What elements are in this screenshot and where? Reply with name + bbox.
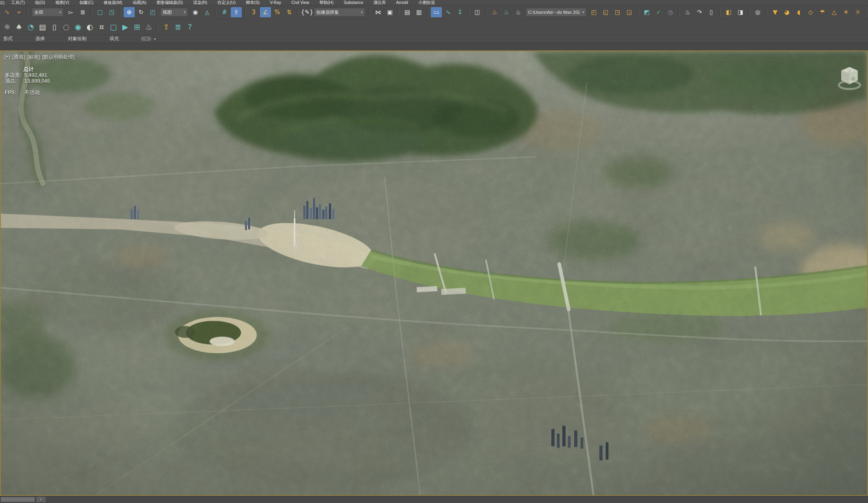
check-circle-icon[interactable]: ✓: [653, 7, 664, 17]
select-by-name-icon[interactable]: ≣: [77, 7, 88, 17]
chevron-down-icon[interactable]: ▾: [154, 37, 156, 41]
doc-person-icon[interactable]: ◨: [735, 7, 746, 17]
render-setup-icon[interactable]: ♨: [501, 7, 512, 17]
menu-item-4[interactable]: 修改器(M): [98, 0, 127, 6]
sphere-light-icon[interactable]: ◕: [781, 7, 792, 17]
viewport-menu-pov[interactable]: [透视]: [12, 54, 25, 61]
tree-list-icon[interactable]: ▤: [37, 21, 48, 33]
save-file-icon[interactable]: ◩: [641, 7, 652, 17]
menu-item-partial[interactable]: E): [0, 0, 6, 5]
select-and-rotate-icon[interactable]: ↻: [135, 7, 147, 17]
edit-named-selection-sets-icon[interactable]: {✎}: [301, 7, 312, 17]
pine-tree-icon[interactable]: ♠: [13, 21, 24, 33]
menu-item-6[interactable]: 图形编辑器(D): [151, 0, 188, 6]
viewport-menu-standard[interactable]: [标准]: [27, 54, 40, 61]
ribbon-tab-2[interactable]: 对象绘制: [65, 35, 90, 42]
snap-popup-icon[interactable]: ⇧: [231, 7, 242, 17]
file-tool-3-icon[interactable]: ◳: [612, 7, 623, 17]
fire-ring-icon[interactable]: ◌: [61, 21, 72, 33]
menu-item-8[interactable]: 自定义(U): [212, 0, 241, 6]
wire-teapot-icon[interactable]: ♨: [143, 21, 154, 33]
geosphere-light-icon[interactable]: ◇: [805, 7, 816, 17]
history-clock-icon[interactable]: ◷: [665, 7, 676, 17]
menu-item-9[interactable]: 脚本(S): [241, 0, 265, 6]
quad-view-icon[interactable]: ⊞: [132, 21, 143, 33]
schematic-view-icon[interactable]: ◫: [472, 7, 483, 17]
viewcube-top-label[interactable]: 上: [848, 69, 851, 73]
tree-card-icon[interactable]: ▯: [49, 21, 60, 33]
trees-export-icon[interactable]: ⇧: [161, 21, 172, 33]
lens-stack-icon[interactable]: ◉: [72, 21, 83, 33]
window-crossing-icon[interactable]: ◳: [106, 7, 117, 17]
umbrella-light-icon[interactable]: ☂: [817, 7, 828, 17]
rectangular-selection-region-icon[interactable]: ▢: [95, 7, 106, 17]
select-and-move-icon[interactable]: ⊕: [124, 7, 135, 17]
unlink-selection-icon[interactable]: ≁: [13, 7, 24, 17]
snap-3d-icon[interactable]: 3: [248, 7, 259, 17]
ribbon-collapse-button[interactable]: ▾: [141, 37, 151, 41]
viewport-scene[interactable]: [1, 51, 867, 495]
layer-manager-icon[interactable]: ▤: [402, 7, 413, 17]
select-and-link-icon[interactable]: ∿: [2, 7, 13, 17]
menu-item-14[interactable]: 溜云库: [368, 0, 391, 6]
dome-light-icon[interactable]: ◖: [793, 7, 804, 17]
monitor-play-icon[interactable]: ▶: [120, 21, 131, 33]
doc-light-icon[interactable]: ◧: [723, 7, 734, 17]
render-frame-window-icon[interactable]: ♨: [513, 7, 524, 17]
camera-icon[interactable]: ◎: [752, 7, 763, 17]
viewport[interactable]: [+] [透视] [标准] [默认明暗处理] 总计 多边形: 5,492,481…: [0, 50, 868, 496]
bird-icon[interactable]: ◐: [84, 21, 95, 33]
select-object-icon[interactable]: ▻: [65, 7, 76, 17]
ribbon-tab-0[interactable]: 形式: [0, 35, 16, 42]
blade-disc-icon[interactable]: ◔: [25, 21, 36, 33]
arc-arrow-icon[interactable]: ↷: [694, 7, 705, 17]
viewport-menu-shading[interactable]: [默认明暗处理]: [42, 54, 74, 61]
menu-item-3[interactable]: 创建(C): [74, 0, 99, 6]
render-bucket-icon[interactable]: ▯: [706, 7, 717, 17]
align-icon[interactable]: ▣: [384, 7, 395, 17]
monitor-icon[interactable]: ▢: [108, 21, 119, 33]
select-and-scale-icon[interactable]: ◰: [147, 7, 158, 17]
menu-item-2[interactable]: 视图(V): [50, 0, 74, 6]
scene-explorer-icon[interactable]: ▥: [414, 7, 425, 17]
file-tool-2-icon[interactable]: ◱: [600, 7, 611, 17]
ribbon-tab-3[interactable]: 填充: [106, 35, 122, 42]
named-selection-sets-dropdown[interactable]: 创建选择集▾: [314, 8, 365, 17]
reference-coordinate-dropdown[interactable]: 视图▾: [160, 8, 188, 17]
menu-item-7[interactable]: 渲染(R): [188, 0, 213, 6]
bulb-gear-icon[interactable]: ¤: [96, 21, 107, 33]
menu-item-13[interactable]: Substance: [339, 0, 369, 6]
menu-item-11[interactable]: Civil View: [286, 0, 314, 6]
selection-filter-dropdown[interactable]: 全部▾: [32, 8, 63, 17]
select-and-manipulate-icon[interactable]: ◬: [202, 7, 213, 17]
viewport-menu-general[interactable]: [+]: [4, 54, 10, 61]
ribbon-tab-1[interactable]: 选择: [32, 35, 48, 42]
maxscript-mini-listener[interactable]: [1, 497, 35, 502]
teapot-render-icon[interactable]: ♨: [682, 7, 693, 17]
curve-editor-icon[interactable]: ∿: [443, 7, 454, 17]
notes-icon[interactable]: ≣: [172, 21, 184, 33]
menu-item-1[interactable]: 组(G): [30, 0, 50, 6]
angle-snap-icon[interactable]: ∠: [260, 7, 271, 17]
sun-icon[interactable]: ☼: [2, 21, 13, 33]
menu-item-12[interactable]: 帮助(H): [314, 0, 339, 6]
viewcube[interactable]: 上 前: [836, 61, 863, 91]
mirror-icon[interactable]: ⋈: [373, 7, 384, 17]
percent-snap-icon[interactable]: %: [272, 7, 283, 17]
menu-item-0[interactable]: 工具(T): [6, 0, 30, 6]
plane-light-icon[interactable]: ▼: [770, 7, 781, 17]
project-folder-dropdown[interactable]: C:\Users\Ad⋯ds Max 2023▾: [526, 8, 586, 17]
file-tool-1-icon[interactable]: ◰: [588, 7, 599, 17]
material-editor-icon[interactable]: ♨: [489, 7, 500, 17]
use-pivot-point-icon[interactable]: ◉: [190, 7, 201, 17]
menu-item-15[interactable]: Arnold: [391, 0, 413, 6]
sun-light-icon[interactable]: ☀: [840, 7, 851, 17]
keyboard-override-icon[interactable]: #: [219, 7, 230, 17]
brightness-icon[interactable]: ☼: [852, 7, 863, 17]
menu-item-16[interactable]: 小图快渲: [413, 0, 440, 6]
spinner-snap-icon[interactable]: ⇅: [284, 7, 295, 17]
dope-sheet-icon[interactable]: ↧: [454, 7, 466, 17]
menu-item-10[interactable]: V-Ray: [265, 0, 286, 6]
ribbon-toggle-icon[interactable]: ▭: [431, 7, 442, 17]
help-icon[interactable]: ?: [184, 21, 195, 33]
